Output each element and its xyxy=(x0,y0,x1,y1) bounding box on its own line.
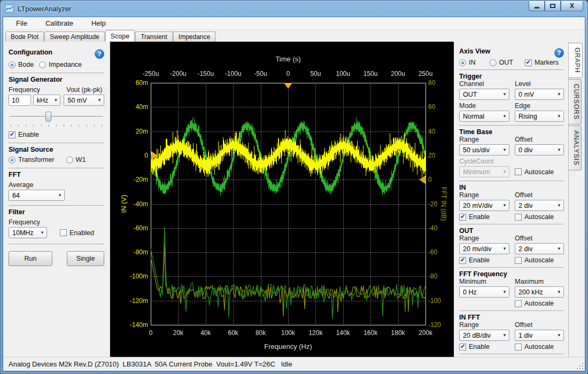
frequency-slider[interactable] xyxy=(10,111,103,123)
timebase-offset-dropdown[interactable]: 0 div▼ xyxy=(515,144,564,155)
menu-help[interactable]: Help xyxy=(86,18,111,29)
in-offset-dropdown[interactable]: 2 div▼ xyxy=(515,200,564,211)
cyclecount-label: CycleCount xyxy=(459,158,494,165)
radio-axis-in[interactable]: IN xyxy=(459,59,476,66)
checkbox-icon xyxy=(9,131,16,138)
in-autoscale-checkbox[interactable]: Autoscale xyxy=(515,213,554,221)
chevron-down-icon: ▼ xyxy=(555,333,561,338)
radio-bode[interactable]: Bode xyxy=(9,61,34,68)
run-button[interactable]: Run xyxy=(9,251,52,266)
timebase-range-dropdown[interactable]: 50 us/div▼ xyxy=(459,144,509,155)
fft-maximum-dropdown[interactable]: 200 kHz▼ xyxy=(515,286,564,298)
maximize-button[interactable] xyxy=(545,1,561,11)
single-button[interactable]: Single xyxy=(67,251,104,266)
menu-file[interactable]: File xyxy=(11,18,33,29)
left-panel: Configuration ? Bode Impedance Signal Ge… xyxy=(3,42,110,357)
frequency-unit-dropdown[interactable]: kHz▼ xyxy=(33,95,61,106)
chevron-down-icon: ▼ xyxy=(500,290,507,294)
in-fft-offset-dropdown[interactable]: 1 div▼ xyxy=(515,330,564,341)
menu-calibrate[interactable]: Calibrate xyxy=(40,18,79,29)
filter-frequency-label: Frequency xyxy=(9,219,104,226)
in-enable-checkbox[interactable]: Enable xyxy=(459,213,509,221)
fft-minimum-dropdown[interactable]: 0 Hz▼ xyxy=(459,286,509,298)
in-range-dropdown[interactable]: 20 mV/div▼ xyxy=(459,200,509,211)
timebase-autoscale-checkbox[interactable]: Autoscale xyxy=(515,168,554,176)
scope-chart-canvas[interactable] xyxy=(110,42,454,357)
side-tab-graph[interactable]: GRAPH xyxy=(569,43,583,78)
checkbox-icon xyxy=(459,257,466,264)
in-fft-offset-value: 1 div xyxy=(519,332,532,339)
checkbox-icon xyxy=(60,229,67,236)
chevron-down-icon: ▼ xyxy=(52,98,58,103)
radio-axis-out[interactable]: OUT xyxy=(490,59,513,66)
resize-grip-icon[interactable] xyxy=(577,363,583,369)
checkbox-icon xyxy=(459,344,466,350)
tab-sweep-amplitude[interactable]: Sweep Amplitude xyxy=(44,32,105,42)
radio-w1[interactable]: W1 xyxy=(66,156,86,163)
trigger-mode-dropdown[interactable]: Normal▼ xyxy=(459,111,509,122)
frequency-input[interactable]: 10 xyxy=(9,95,31,106)
side-tab-cursors[interactable]: CURSORS xyxy=(569,79,582,124)
trigger-group: Trigger Channel Level OUT▼ 0 mV▼ Mode Ed… xyxy=(459,69,564,122)
out-range-dropdown[interactable]: 20 mv/div▼ xyxy=(459,243,509,254)
tab-transient[interactable]: Transient xyxy=(135,32,173,42)
in-fft-range-dropdown[interactable]: 20 dB/div▼ xyxy=(459,330,509,341)
axis-view-group: Axis View ? IN OUT Markers xyxy=(459,45,564,66)
trigger-level-dropdown[interactable]: 0 mV▼ xyxy=(515,89,564,100)
chevron-down-icon: ▼ xyxy=(555,203,561,208)
checkbox-icon xyxy=(459,214,466,221)
signal-generator-group: Signal Generator Frequency Vout (pk-pk) … xyxy=(9,73,104,138)
fftfreq-autoscale-checkbox[interactable]: Autoscale xyxy=(515,300,554,307)
vout-dropdown[interactable]: 50 mV▼ xyxy=(64,95,104,106)
trigger-title: Trigger xyxy=(459,73,564,80)
minimize-button[interactable] xyxy=(529,1,545,11)
cyclecount-value: Minimum xyxy=(463,168,490,176)
chevron-down-icon: ▼ xyxy=(555,246,561,251)
fft-maximum-label: Maximum xyxy=(515,278,544,285)
help-icon[interactable]: ? xyxy=(554,48,564,58)
radio-impedance-label: Impedance xyxy=(49,61,82,68)
trigger-edge-dropdown[interactable]: Rising▼ xyxy=(515,111,564,122)
sg-enable-checkbox[interactable]: Enable xyxy=(9,131,39,138)
trigger-mode-value: Normal xyxy=(463,113,484,120)
radio-transformer[interactable]: Transformer xyxy=(9,156,55,163)
out-offset-value: 2 div xyxy=(519,245,532,253)
in-offset-value: 2 div xyxy=(519,202,532,209)
markers-checkbox[interactable]: Markers xyxy=(525,59,559,66)
side-tab-analysis[interactable]: ANALYSIS xyxy=(569,126,582,170)
chevron-down-icon: ▼ xyxy=(555,92,561,97)
out-enable-label: Enable xyxy=(469,256,490,264)
close-button[interactable]: X xyxy=(561,1,583,11)
chevron-down-icon: ▼ xyxy=(500,92,507,97)
timebase-range-label: Range xyxy=(459,136,509,143)
out-enable-checkbox[interactable]: Enable xyxy=(459,256,509,264)
radio-axis-in-label: IN xyxy=(469,59,476,66)
chevron-down-icon: ▼ xyxy=(500,333,507,338)
trigger-channel-value: OUT xyxy=(463,91,477,98)
filter-frequency-dropdown[interactable]: 10MHz▼ xyxy=(9,227,47,238)
in-fft-group: IN FFT Range Offset 20 dB/div▼ 1 div▼ En… xyxy=(459,310,564,350)
average-dropdown[interactable]: 64▼ xyxy=(9,190,65,201)
sg-enable-label: Enable xyxy=(18,131,39,138)
cyclecount-dropdown: Minimum▼ xyxy=(459,166,509,177)
filter-enabled-checkbox[interactable]: Enabled xyxy=(60,229,94,237)
help-icon[interactable]: ? xyxy=(95,49,104,59)
maximize-icon xyxy=(550,4,555,8)
in-fft-enable-checkbox[interactable]: Enable xyxy=(459,343,509,350)
out-offset-dropdown[interactable]: 2 div▼ xyxy=(515,243,564,254)
in-fft-autoscale-checkbox[interactable]: Autoscale xyxy=(515,343,554,350)
trigger-level-label: Level xyxy=(515,80,531,88)
checkbox-icon xyxy=(515,257,522,264)
slider-track xyxy=(10,116,103,118)
tab-impedance[interactable]: Impedance xyxy=(173,32,215,42)
tab-scope[interactable]: Scope xyxy=(105,30,135,42)
title-bar[interactable]: LTpowerAnalyzer X xyxy=(1,1,587,17)
average-value: 64 xyxy=(12,192,20,199)
app-window: LTpowerAnalyzer X File Calibrate Help Bo… xyxy=(0,0,588,374)
trigger-channel-dropdown[interactable]: OUT▼ xyxy=(459,89,509,100)
out-autoscale-checkbox[interactable]: Autoscale xyxy=(515,256,554,264)
slider-thumb[interactable] xyxy=(45,112,51,122)
tab-bode-plot[interactable]: Bode Plot xyxy=(5,32,44,42)
chevron-down-icon: ▼ xyxy=(500,114,507,119)
radio-impedance[interactable]: Impedance xyxy=(39,61,82,68)
